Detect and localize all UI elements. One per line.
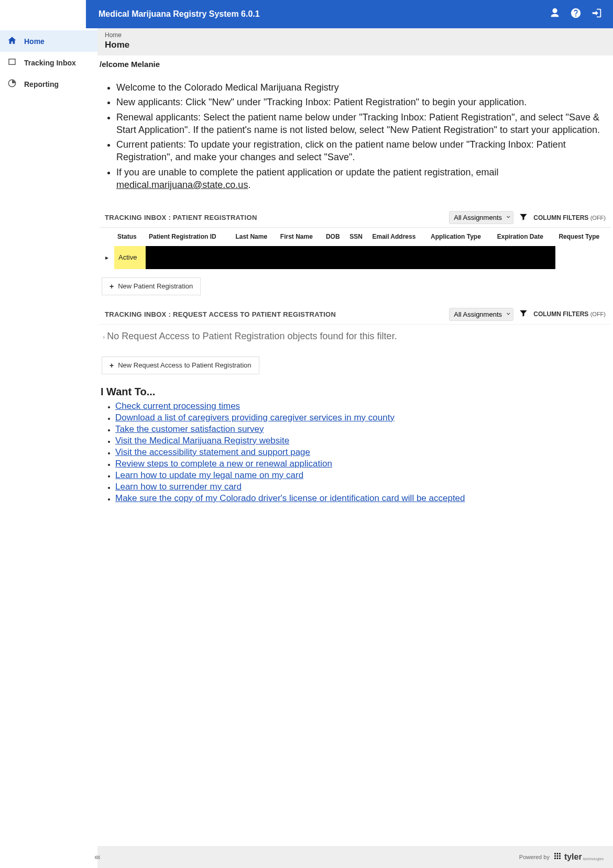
i-want-to-heading: I Want To...: [101, 386, 611, 398]
svg-point-6: [559, 855, 561, 857]
inbox-icon: [7, 57, 17, 68]
status-cell: Active: [114, 246, 146, 269]
tyler-dots-icon: [553, 851, 562, 863]
filter-icon[interactable]: [519, 308, 528, 320]
svg-point-4: [554, 855, 556, 857]
header-icons: [549, 7, 603, 21]
list-item: Review steps to complete a new or renewa…: [115, 459, 611, 469]
app-header: Medical Marijuana Registry System 6.0.1: [86, 0, 613, 28]
help-icon[interactable]: [570, 7, 582, 21]
column-filters-toggle[interactable]: COLUMN FILTERS (OFF): [533, 214, 606, 221]
list-item: Learn how to surrender my card: [115, 482, 611, 492]
no-results-message: ›No Request Access to Patient Registrati…: [100, 324, 611, 348]
collapse-sidebar-icon[interactable]: ‹‹‹: [94, 852, 100, 862]
list-item: Check current processing times: [115, 401, 611, 411]
plus-icon: +: [110, 282, 114, 291]
list-item: Make sure the copy of my Colorado driver…: [115, 493, 611, 504]
col-email[interactable]: Email Address: [369, 228, 428, 246]
svg-point-7: [554, 858, 556, 859]
list-item: Download a list of caregivers providing …: [115, 413, 611, 423]
sidebar-item-tracking-inbox[interactable]: Tracking Inbox: [0, 52, 97, 73]
chevron-right-icon: ›: [103, 333, 105, 341]
svg-point-1: [554, 853, 556, 854]
intro-bullets: Welcome to the Colorado Medical Marijuan…: [100, 76, 611, 198]
assignments-select[interactable]: All Assignments: [449, 308, 513, 321]
inbox-title: TRACKING INBOX : PATIENT REGISTRATION: [105, 214, 444, 221]
inbox-request-access: TRACKING INBOX : REQUEST ACCESS TO PATIE…: [100, 305, 611, 374]
want-link[interactable]: Learn how to update my legal name on my …: [115, 470, 303, 480]
want-link[interactable]: Review steps to complete a new or renewa…: [115, 459, 332, 469]
breadcrumb: Home: [105, 31, 606, 39]
list-item: Visit the accessibility statement and su…: [115, 447, 611, 458]
reporting-icon: [7, 79, 17, 90]
expand-row-icon[interactable]: ▸: [100, 246, 114, 269]
col-exp-date[interactable]: Expiration Date: [494, 228, 556, 246]
powered-by-label: Powered by: [519, 854, 550, 860]
col-ssn[interactable]: SSN: [346, 228, 369, 246]
col-first-name[interactable]: First Name: [277, 228, 323, 246]
sidebar-item-home[interactable]: Home: [0, 30, 97, 52]
svg-point-9: [559, 858, 561, 859]
col-app-type[interactable]: Application Type: [428, 228, 494, 246]
want-link[interactable]: Check current processing times: [115, 401, 240, 411]
filter-icon[interactable]: [519, 212, 528, 224]
col-status[interactable]: Status: [114, 228, 146, 246]
svg-point-5: [556, 855, 558, 857]
new-patient-registration-button[interactable]: + New Patient Registration: [102, 277, 201, 295]
want-link[interactable]: Make sure the copy of my Colorado driver…: [115, 493, 465, 503]
column-filters-toggle[interactable]: COLUMN FILTERS (OFF): [533, 310, 606, 318]
main-content: Home Home /elcome Melanie Welcome to the…: [97, 28, 613, 868]
svg-point-2: [556, 853, 558, 854]
logout-icon[interactable]: [591, 7, 603, 21]
sidebar-item-label: Home: [24, 37, 45, 46]
intro-bullet-email: If you are unable to complete the patien…: [116, 166, 606, 192]
welcome-user: /elcome Melanie: [97, 55, 613, 71]
inbox-title: TRACKING INBOX : REQUEST ACCESS TO PATIE…: [105, 310, 444, 318]
list-item: Learn how to update my legal name on my …: [115, 470, 611, 481]
col-expand: [100, 228, 114, 246]
col-last-name[interactable]: Last Name: [232, 228, 277, 246]
col-req-type[interactable]: Request Type: [555, 228, 611, 246]
sidebar-item-label: Tracking Inbox: [24, 59, 76, 67]
request-type-cell: [555, 246, 611, 269]
inbox-patient-registration: TRACKING INBOX : PATIENT REGISTRATION Al…: [100, 208, 611, 295]
app-title: Medical Marijuana Registry System 6.0.1: [98, 9, 549, 19]
support-email-link[interactable]: medical.marijuana@state.co.us: [116, 180, 248, 190]
svg-point-3: [559, 853, 561, 854]
sidebar-item-label: Reporting: [24, 80, 59, 88]
new-request-access-button[interactable]: + New Request Access to Patient Registra…: [102, 357, 259, 374]
want-link[interactable]: Learn how to surrender my card: [115, 482, 242, 492]
assignments-select[interactable]: All Assignments: [449, 211, 513, 224]
table-row[interactable]: ▸ Active: [100, 246, 611, 269]
account-icon[interactable]: [549, 7, 561, 21]
intro-bullet: Current patients: To update your registr…: [116, 138, 606, 164]
list-item: Visit the Medical Marijuana Registry web…: [115, 436, 611, 446]
page-title: Home: [105, 40, 606, 50]
i-want-to-list: Check current processing times Download …: [100, 401, 611, 504]
col-dob[interactable]: DOB: [323, 228, 346, 246]
want-link[interactable]: Take the customer satisfaction survey: [115, 424, 264, 434]
home-icon: [7, 36, 17, 47]
sidebar-item-reporting[interactable]: Reporting: [0, 73, 97, 95]
plus-icon: +: [110, 361, 114, 370]
sidebar: Home Tracking Inbox Reporting: [0, 28, 97, 868]
redacted-cells: [146, 246, 555, 269]
want-link[interactable]: Visit the Medical Marijuana Registry web…: [115, 436, 289, 446]
intro-bullet: Welcome to the Colorado Medical Marijuan…: [116, 81, 606, 94]
breadcrumb-area: Home Home: [97, 28, 613, 55]
intro-bullet: Renewal applicants: Select the patient n…: [116, 111, 606, 137]
want-link[interactable]: Download a list of caregivers providing …: [115, 413, 395, 422]
tyler-logo: tyler technologies: [553, 851, 604, 863]
intro-bullet: New applicants: Click "New" under "Track…: [116, 96, 606, 108]
col-patient-reg-id[interactable]: Patient Registration ID: [146, 228, 232, 246]
want-link[interactable]: Visit the accessibility statement and su…: [115, 447, 310, 457]
footer: ‹‹‹ Powered by tyler technologies: [97, 846, 613, 868]
patient-registration-table: Status Patient Registration ID Last Name…: [100, 228, 611, 269]
svg-point-8: [556, 858, 558, 859]
list-item: Take the customer satisfaction survey: [115, 424, 611, 435]
